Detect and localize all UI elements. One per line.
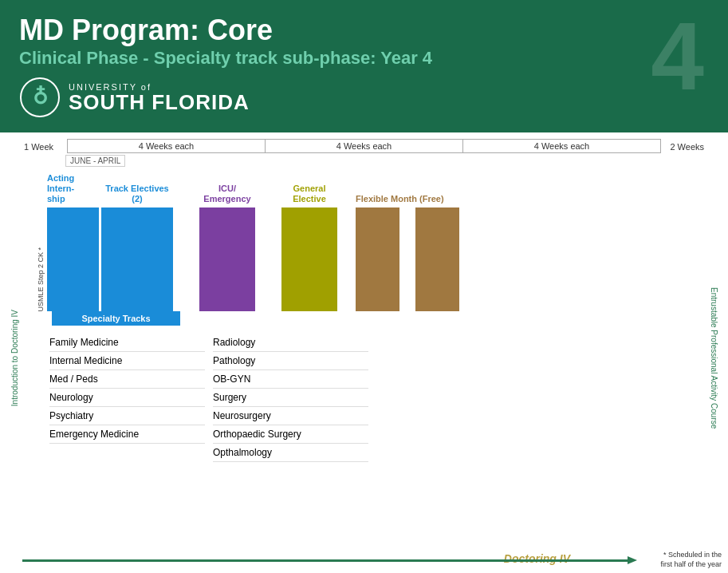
specialty-item: Emergency Medicine (49, 425, 205, 444)
week-label-left: 1 Week (24, 142, 65, 152)
bar-track-electives-rect (101, 207, 173, 311)
bar-acting-internship-rect (47, 207, 99, 311)
bars-row: USMLE Step 2 CK * ActingIntern-ship Trac… (37, 173, 706, 312)
bottom-arrow-area: Doctoring IV (22, 554, 650, 565)
specialty-tracks-bar: Specialty Tracks (52, 311, 180, 326)
usf-text-block: UNIVERSITY of SOUTH FLORIDA (69, 82, 250, 113)
specialty-item: OB-GYN (213, 370, 368, 389)
bottom-arrow-row: Doctoring IV * Scheduled in the first ha… (6, 550, 722, 570)
bar-acting-internship-label: ActingIntern-ship (47, 173, 99, 205)
specialty-item: Radiology (213, 334, 368, 352)
bar-flexible-month-label: Flexible Month (Free) (356, 194, 444, 204)
svg-text:♁: ♁ (33, 85, 48, 109)
usmle-text: USMLE Step 2 CK * (37, 247, 45, 312)
specialty-tracks-row: Specialty Tracks (37, 311, 706, 326)
doctoring-iv-label: Doctoring IV (504, 552, 570, 565)
bar-flexible-month: Flexible Month (Free) (356, 194, 459, 311)
asterisk-note: * Scheduled in the first half of the yea… (650, 550, 722, 570)
header-subtitle: Clinical Phase - Specialty track sub-pha… (19, 48, 709, 69)
flexible-month-bar-1 (356, 207, 399, 311)
content-area: 1 Week 4 Weeks each 4 Weeks each 4 Weeks… (0, 132, 728, 573)
bar-track-electives-label: Track Electives (2) (101, 184, 173, 204)
specialty-item: Med / Peds (49, 370, 205, 389)
week-label-right: 2 Weeks (663, 142, 704, 152)
specialty-col1: Family Medicine Internal Medicine Med / … (49, 334, 205, 462)
usf-south-florida-label: SOUTH FLORIDA (69, 92, 250, 113)
usf-bull-icon: ♁ (19, 77, 61, 118)
arrow-line (22, 559, 629, 562)
specialty-item: Neurology (49, 389, 205, 407)
specialty-item: Family Medicine (49, 334, 205, 352)
flexible-month-bar-2 (415, 207, 459, 311)
bar-icu-label: ICU/Emergency (199, 184, 255, 204)
week-seg-3: 4 Weeks each (463, 140, 660, 152)
specialty-item: Psychiatry (49, 407, 205, 425)
flexible-month-bars (356, 207, 459, 311)
specialty-item: Opthalmology (213, 444, 368, 462)
specialty-item: Pathology (213, 352, 368, 370)
left-label-container: Introduction to Doctoring IV (6, 170, 22, 547)
week-segments: 4 Weeks each 4 Weeks each 4 Weeks each (67, 139, 661, 153)
usf-logo: ♁ UNIVERSITY of SOUTH FLORIDA (19, 77, 250, 118)
bar-icu-rect (199, 207, 255, 311)
bar-icu: ICU/Emergency (199, 184, 255, 311)
week-seg-2: 4 Weeks each (266, 140, 463, 152)
week-labels-section: 1 Week 4 Weeks each 4 Weeks each 4 Weeks… (6, 139, 722, 153)
bar-general-elective-rect (281, 207, 337, 311)
specialty-item: Surgery (213, 389, 368, 407)
bar-general-elective-label: GeneralElective (281, 184, 337, 204)
bar-track-electives: Track Electives (2) (101, 184, 173, 311)
main-diagram: Introduction to Doctoring IV USMLE Step … (6, 170, 722, 547)
chart-area: USMLE Step 2 CK * ActingIntern-ship Trac… (22, 170, 706, 547)
specialty-item: Internal Medicine (49, 352, 205, 370)
logo-area: ♁ UNIVERSITY of SOUTH FLORIDA (19, 77, 709, 118)
right-label: Entrustable Professional Activity Course (710, 287, 718, 429)
usmle-spacer (37, 311, 49, 326)
usmle-label: USMLE Step 2 CK * (37, 173, 45, 312)
specialty-item: Neurosurgery (213, 407, 368, 425)
right-label-container: Entrustable Professional Activity Course (706, 170, 722, 547)
arrow-head (628, 556, 637, 564)
big-number: 4 (651, 8, 704, 104)
specialty-item: Orthopaedic Surgery (213, 425, 368, 444)
bar-acting-internship: ActingIntern-ship (47, 173, 99, 312)
june-april-row: JUNE - APRIL (6, 155, 722, 167)
header: 4 MD Program: Core Clinical Phase - Spec… (0, 0, 728, 132)
page-wrapper: 4 MD Program: Core Clinical Phase - Spec… (0, 0, 728, 573)
june-april-label: JUNE - APRIL (65, 155, 125, 167)
week-seg-1: 4 Weeks each (68, 140, 266, 152)
left-label: Introduction to Doctoring IV (10, 310, 19, 406)
specialty-col2: Radiology Pathology OB-GYN Surgery Neuro… (213, 334, 368, 462)
specialty-list: Family Medicine Internal Medicine Med / … (49, 334, 368, 462)
header-title: MD Program: Core (19, 14, 709, 46)
bar-general-elective: GeneralElective (281, 184, 337, 311)
